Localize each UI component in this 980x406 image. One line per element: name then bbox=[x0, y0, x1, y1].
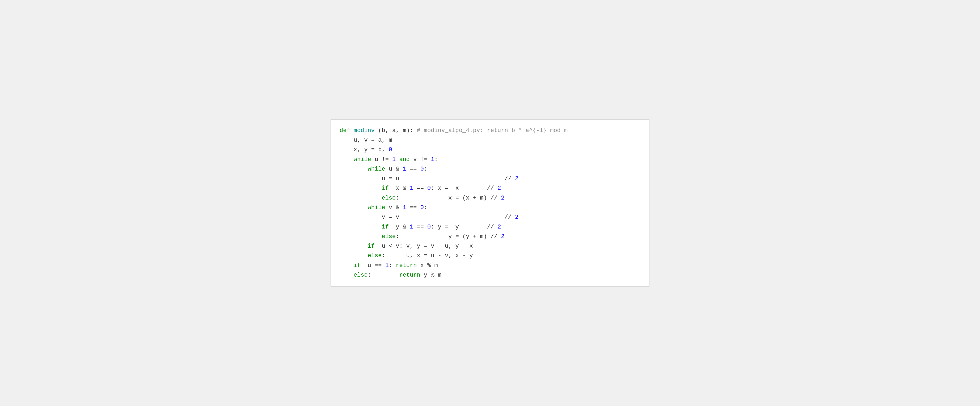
plain-text: v & bbox=[385, 204, 403, 211]
plain-text: x % m bbox=[417, 262, 438, 269]
code-block: def modinv (b, a, m): # modinv_algo_4.py… bbox=[340, 126, 640, 280]
code-line: else: u, x = u - v, x - y bbox=[340, 251, 640, 261]
number: 1 bbox=[403, 204, 406, 211]
plain-text bbox=[340, 262, 354, 269]
keyword: if bbox=[368, 243, 375, 250]
number: 0 bbox=[427, 224, 431, 230]
plain-text: == bbox=[413, 224, 427, 230]
keyword: while bbox=[368, 204, 385, 211]
number: 0 bbox=[427, 185, 431, 191]
plain-text: x & bbox=[389, 185, 410, 191]
plain-text: u = u // bbox=[340, 175, 515, 182]
plain-text bbox=[340, 166, 368, 172]
keyword: return bbox=[399, 272, 420, 279]
keyword: if bbox=[354, 262, 361, 269]
plain-text: : bbox=[368, 272, 399, 279]
plain-text: : bbox=[434, 156, 438, 163]
code-container: def modinv (b, a, m): # modinv_algo_4.py… bbox=[331, 119, 649, 287]
plain-text: : y = y // bbox=[431, 224, 498, 230]
plain-text bbox=[340, 272, 354, 279]
plain-text bbox=[340, 156, 354, 163]
plain-text: : bbox=[389, 262, 396, 269]
code-line: if y & 1 == 0: y = y // 2 bbox=[340, 222, 640, 232]
number: 1 bbox=[431, 156, 434, 163]
code-line: v = v // 2 bbox=[340, 213, 640, 222]
number: 1 bbox=[410, 224, 413, 230]
plain-text: : y = (y + m) // bbox=[396, 233, 501, 240]
plain-text: : u, x = u - v, x - y bbox=[382, 252, 473, 259]
plain-text: u != bbox=[371, 156, 392, 163]
keyword: and bbox=[399, 156, 410, 163]
plain-text bbox=[340, 204, 368, 211]
number: 1 bbox=[392, 156, 396, 163]
plain-text: u, v = a, m bbox=[340, 137, 392, 143]
number: 1 bbox=[403, 166, 406, 172]
comment: # modinv_algo_4.py: return b * a^{-1} mo… bbox=[417, 127, 568, 134]
code-line: while u & 1 == 0: bbox=[340, 164, 640, 174]
plain-text: y % m bbox=[420, 272, 441, 279]
plain-text bbox=[340, 252, 368, 259]
code-line: else: x = (x + m) // 2 bbox=[340, 193, 640, 203]
plain-text: v != bbox=[410, 156, 431, 163]
function-name: modinv bbox=[354, 127, 375, 134]
code-line: x, y = b, 0 bbox=[340, 145, 640, 154]
number: 1 bbox=[410, 185, 413, 191]
keyword: else bbox=[368, 252, 382, 259]
number: 1 bbox=[385, 262, 389, 269]
number: 2 bbox=[498, 224, 501, 230]
plain-text: == bbox=[406, 166, 420, 172]
plain-text bbox=[340, 185, 382, 191]
plain-text bbox=[340, 243, 368, 250]
number: 2 bbox=[515, 214, 519, 221]
keyword: while bbox=[368, 166, 385, 172]
keyword: else bbox=[382, 195, 396, 201]
number: 2 bbox=[501, 195, 504, 201]
number: 0 bbox=[420, 166, 424, 172]
number: 0 bbox=[389, 146, 392, 153]
plain-text: v = v // bbox=[340, 214, 515, 221]
number: 2 bbox=[498, 185, 501, 191]
code-line: while v & 1 == 0: bbox=[340, 203, 640, 213]
plain-text: : bbox=[424, 204, 427, 211]
code-line: def modinv (b, a, m): # modinv_algo_4.py… bbox=[340, 126, 640, 135]
plain-text bbox=[350, 127, 354, 134]
number: 2 bbox=[515, 175, 519, 182]
code-line: else: return y % m bbox=[340, 271, 640, 280]
keyword: else bbox=[382, 233, 396, 240]
plain-text: u == bbox=[361, 262, 385, 269]
plain-text bbox=[340, 195, 382, 201]
plain-text: u < v: v, y = v - u, y - x bbox=[375, 243, 473, 250]
code-line: if u == 1: return x % m bbox=[340, 261, 640, 271]
plain-text bbox=[340, 224, 382, 230]
code-line: while u != 1 and v != 1: bbox=[340, 155, 640, 164]
plain-text bbox=[340, 233, 382, 240]
keyword: def bbox=[340, 127, 350, 134]
keyword: if bbox=[382, 224, 388, 230]
plain-text: : x = (x + m) // bbox=[396, 195, 501, 201]
plain-text: : bbox=[424, 166, 427, 172]
code-line: u = u // 2 bbox=[340, 174, 640, 184]
plain-text: u & bbox=[385, 166, 403, 172]
code-line: u, v = a, m bbox=[340, 135, 640, 145]
plain-text: (b, a, m): bbox=[375, 127, 417, 134]
plain-text bbox=[396, 156, 399, 163]
plain-text: x, y = b, bbox=[340, 146, 389, 153]
plain-text: y & bbox=[389, 224, 410, 230]
keyword: while bbox=[354, 156, 371, 163]
code-line: if u < v: v, y = v - u, y - x bbox=[340, 242, 640, 251]
plain-text: == bbox=[406, 204, 420, 211]
keyword: else bbox=[354, 272, 368, 279]
plain-text: == bbox=[413, 185, 427, 191]
plain-text: : x = x // bbox=[431, 185, 498, 191]
number: 0 bbox=[420, 204, 424, 211]
code-line: else: y = (y + m) // 2 bbox=[340, 232, 640, 242]
number: 2 bbox=[501, 233, 504, 240]
code-line: if x & 1 == 0: x = x // 2 bbox=[340, 184, 640, 193]
keyword: return bbox=[396, 262, 417, 269]
keyword: if bbox=[382, 185, 388, 191]
